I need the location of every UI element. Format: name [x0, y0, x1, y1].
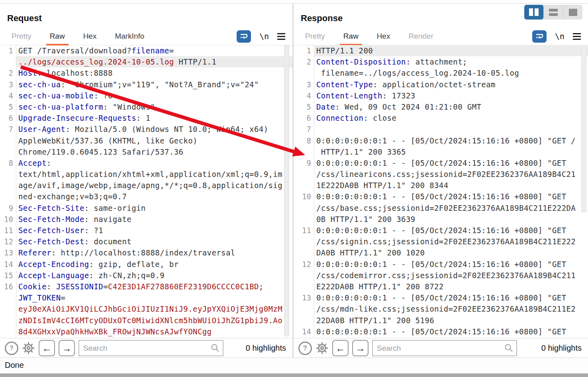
- code-line: 3Content-Type: application/octet-stream: [294, 79, 588, 90]
- request-panel: Request PrettyRawHexMarkInfo \n 1GET /Tr…: [0, 4, 292, 358]
- code-text: HTTP/1.1 200: [314, 45, 588, 56]
- code-text: Content-Disposition: attachment;: [314, 56, 588, 67]
- line-number: [294, 247, 314, 258]
- newline-toggle[interactable]: \n: [555, 31, 564, 41]
- line-number: [0, 292, 16, 303]
- tab-raw[interactable]: Raw: [340, 27, 362, 45]
- line-number: [0, 146, 16, 157]
- code-text: Accept-Encoding: gzip, deflate, br: [16, 259, 292, 270]
- line-number: [294, 236, 314, 247]
- code-text: User-Agent: Mozilla/5.0 (Windows NT 10.0…: [16, 124, 292, 135]
- prev-match-button[interactable]: ←: [332, 340, 349, 356]
- response-editor[interactable]: 1HTTP/1.1 2002Content-Disposition: attac…: [294, 45, 588, 338]
- code-line: DA0B HTTP/1.1" 200 1020: [294, 247, 588, 258]
- menu-icon[interactable]: [277, 33, 285, 40]
- prev-match-button[interactable]: ←: [39, 340, 55, 356]
- line-number: [294, 303, 314, 314]
- newline-toggle[interactable]: \n: [259, 31, 269, 41]
- line-number: [0, 135, 16, 146]
- line-number: [294, 281, 314, 292]
- code-text: eyJ0eXAiOiJKV1QiLCJhbGciOiJIUzI1NiJ9.eyJ…: [16, 303, 292, 314]
- search-icon: [504, 343, 514, 354]
- code-line: age/avif,image/webp,image/apng,*/*;q=0.8…: [0, 180, 292, 191]
- request-search-input[interactable]: [79, 344, 223, 353]
- single-pane-button[interactable]: [563, 5, 582, 20]
- line-number: [294, 180, 314, 191]
- code-line: 80:0:0:0:0:0:0:1 - - [05/Oct/2024:15:16:…: [294, 135, 588, 146]
- request-tabs: PrettyRawHexMarkInfo: [8, 27, 159, 45]
- code-text: 22DA0B HTTP/1.1" 200 5196: [314, 315, 588, 326]
- line-number: 6: [294, 112, 314, 124]
- line-number: 8: [0, 157, 16, 169]
- menu-icon[interactable]: [573, 33, 581, 40]
- tab-pretty[interactable]: Pretty: [8, 27, 35, 45]
- code-line: Chrome/119.0.6045.123 Safari/537.36: [0, 146, 292, 157]
- window-bottom-edge: [0, 373, 588, 377]
- code-text: age/avif,image/webp,image/apng,*/*;q=0.8…: [16, 180, 292, 191]
- code-text: DA0B HTTP/1.1" 200 1020: [314, 247, 588, 258]
- response-search-input[interactable]: [373, 344, 516, 353]
- code-text: 0:0:0:0:0:0:0:1 - - [05/Oct/2024:15:16:1…: [314, 225, 588, 236]
- code-text: [314, 124, 588, 135]
- code-line: 6Connection: close: [294, 112, 588, 124]
- word-wrap-icon[interactable]: [237, 30, 251, 43]
- layout-switcher: [524, 5, 582, 20]
- code-line: zNDIsImV4cCI6MTcyODUxOTc0MiwidXNlcm5hbWU…: [0, 315, 292, 326]
- code-line: 13Referer: http://localhost:8888/index/t…: [0, 247, 292, 258]
- gear-icon[interactable]: [316, 342, 329, 355]
- line-number: 15: [0, 270, 16, 281]
- code-text: Referer: http://localhost:8888/index/tra…: [16, 247, 292, 258]
- code-text: HTTP/1.1" 200 3365: [314, 146, 588, 157]
- help-icon[interactable]: ?: [5, 342, 18, 355]
- code-line: 1HTTP/1.1 200: [294, 45, 588, 56]
- tab-hex[interactable]: Hex: [373, 27, 394, 45]
- code-text: Cookie: JSESSIONID=C42E3D1AF278860EF2319…: [16, 281, 292, 292]
- help-icon[interactable]: ?: [298, 342, 312, 355]
- line-number: 1: [294, 45, 314, 56]
- tab-raw[interactable]: Raw: [46, 27, 69, 45]
- code-text: Content-Length: 17323: [314, 90, 588, 101]
- code-text: AppleWebKit/537.36 (KHTML, like Gecko): [16, 135, 292, 146]
- code-line: 11Sec-Fetch-User: ?1: [0, 225, 292, 236]
- response-scrollbar[interactable]: [581, 45, 586, 337]
- tab-pretty[interactable]: Pretty: [302, 27, 329, 45]
- code-text: sec-ch-ua-platform: "Windows": [16, 101, 292, 112]
- code-line: /css/base.css;jsessionid=2F02EE2362376AA…: [294, 202, 588, 214]
- request-scrollbar[interactable]: [284, 45, 289, 337]
- tab-hex[interactable]: Hex: [80, 27, 100, 45]
- line-number: 5: [0, 101, 16, 112]
- line-number: [0, 169, 16, 180]
- code-line: 2Host: localhost:8888: [0, 67, 292, 79]
- response-search-box: [372, 340, 517, 356]
- code-text: 0B HTTP/1.1" 200 3639: [314, 214, 588, 225]
- next-match-button[interactable]: →: [59, 340, 75, 356]
- tab-render[interactable]: Render: [405, 27, 437, 45]
- response-tab-icons: \n: [532, 27, 588, 45]
- code-text: Upgrade-Insecure-Requests: 1: [16, 112, 292, 124]
- line-number: 9: [0, 202, 16, 214]
- code-text: 0:0:0:0:0:0:0:1 - - [05/Oct/2024:15:16:1…: [314, 326, 588, 337]
- request-editor[interactable]: 1GET /Traversal/download?filename=../log…: [0, 45, 292, 338]
- code-text: /css/codemirror.css;jsessionid=2F02EE236…: [314, 270, 588, 281]
- split-rows-button[interactable]: [544, 5, 563, 20]
- line-number: [294, 169, 314, 180]
- code-text: text/html,application/xhtml+xml,applicat…: [16, 169, 292, 180]
- code-text: 1E222DA0B HTTP/1.1" 200 8344: [314, 180, 588, 191]
- code-line: /css/mdn-like.css;jsessionid=2F02EE23623…: [294, 303, 588, 314]
- code-line: 7: [294, 124, 588, 135]
- next-match-button[interactable]: →: [352, 340, 368, 356]
- code-text: 0:0:0:0:0:0:0:1 - - [05/Oct/2024:15:16:1…: [314, 259, 588, 270]
- code-text: /css/base.css;jsessionid=2F02EE2362376AA…: [314, 202, 588, 214]
- line-number: 14: [294, 326, 314, 337]
- response-tabs: PrettyRawHexRender: [302, 27, 448, 45]
- word-wrap-icon[interactable]: [532, 30, 547, 43]
- line-number: 16: [0, 281, 16, 292]
- code-line: 0B HTTP/1.1" 200 3639: [294, 214, 588, 225]
- tab-markinfo[interactable]: MarkInfo: [111, 27, 148, 45]
- code-line: 5Date: Wed, 09 Oct 2024 01:21:00 GMT: [294, 101, 588, 112]
- line-number: 2: [294, 56, 314, 67]
- gear-icon[interactable]: [22, 342, 35, 355]
- split-columns-button[interactable]: [524, 5, 544, 20]
- line-number: 13: [294, 292, 314, 303]
- code-text: 0:0:0:0:0:0:0:1 - - [05/Oct/2024:15:16:1…: [314, 135, 588, 146]
